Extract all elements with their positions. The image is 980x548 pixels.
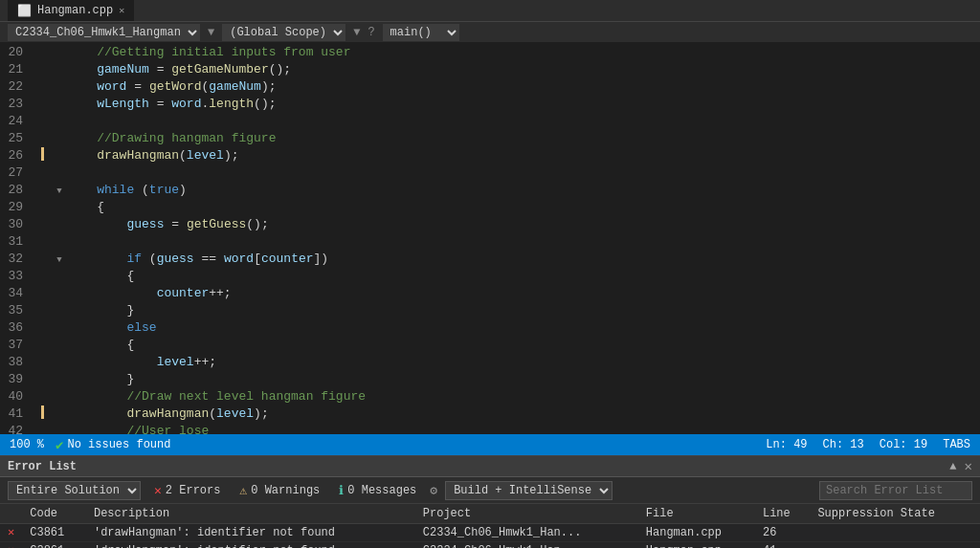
col-project-header: Project <box>415 504 638 523</box>
error-panel: Error List ▲ ✕ Entire Solution ✕ 2 Error… <box>0 455 980 548</box>
title-bar: ⬜ Hangman.cpp ✕ <box>0 0 980 21</box>
tab-close-button[interactable]: ✕ <box>119 5 124 16</box>
status-left: 100 % ✔ No issues found <box>10 437 170 453</box>
function-dropdown[interactable]: main() <box>383 24 459 41</box>
row-file: Hangman.cpp <box>638 523 755 541</box>
errors-filter-button[interactable]: ✕ 2 Errors <box>148 481 226 500</box>
code-line: } <box>50 302 967 319</box>
code-line <box>50 113 967 130</box>
code-line: } <box>50 371 967 388</box>
indent-type: TABS <box>943 438 970 451</box>
col-position: Col: 19 <box>880 438 927 451</box>
row-description: 'drawHangman': identifier not found <box>86 523 415 541</box>
row-line: 41 <box>755 541 810 548</box>
col-icon-header <box>0 504 22 523</box>
scope-select[interactable]: Entire Solution <box>8 481 141 500</box>
row-code: C3861 <box>22 541 86 548</box>
code-line: ▼ while (true) <box>50 182 967 199</box>
panel-expand-icon: ▲ <box>949 460 956 473</box>
error-toolbar: Entire Solution ✕ 2 Errors ⚠ 0 Warnings … <box>0 477 980 504</box>
errors-label: 2 Errors <box>166 484 221 497</box>
row-description: 'drawHangman': identifier not found <box>86 541 415 548</box>
editor-tab[interactable]: ⬜ Hangman.cpp ✕ <box>8 0 134 21</box>
code-line: //Drawing hangman figure <box>50 130 967 147</box>
code-line: { <box>50 268 967 285</box>
breadcrumb-sep2: ▼ <box>353 26 360 39</box>
code-line: gameNum = getGameNumber(); <box>50 61 967 78</box>
code-line: //User lose <box>50 423 967 434</box>
tab-icon: ⬜ <box>17 4 32 18</box>
code-line: ▼ if (guess == word[counter]) <box>50 251 967 268</box>
code-line: level++; <box>50 354 967 371</box>
col-code-header: Code <box>22 504 86 523</box>
error-panel-close-button[interactable]: ✕ <box>965 458 972 474</box>
code-line <box>50 233 967 251</box>
table-row[interactable]: ✕ C3861 'drawHangman': identifier not fo… <box>0 523 980 541</box>
row-project: C2334_Ch06_Hmwk1_Han... <box>415 523 638 541</box>
row-project: C2334_Ch06_Hmwk1_Han... <box>415 541 638 548</box>
code-content[interactable]: //Getting initial inputs from user gameN… <box>50 42 967 434</box>
project-dropdown[interactable]: C2334_Ch06_Hmwk1_Hangman <box>8 24 200 41</box>
col-file-header: File <box>638 504 755 523</box>
warnings-label: 0 Warnings <box>251 484 320 497</box>
tab-label: Hangman.cpp <box>37 4 113 17</box>
filter-icon: ⚙ <box>430 483 437 498</box>
error-panel-header: Error List ▲ ✕ <box>0 456 980 477</box>
char-col: Ch: 13 <box>823 438 864 451</box>
row-suppression <box>810 523 980 541</box>
code-line: counter++; <box>50 285 967 302</box>
scope-dropdown[interactable]: (Global Scope) <box>222 24 345 41</box>
row-suppression <box>810 541 980 548</box>
row-icon: ✕ <box>0 541 22 548</box>
code-editor: 2021222324252627282930313233343536373839… <box>0 42 980 434</box>
scrollbar[interactable] <box>967 42 980 434</box>
build-source-select[interactable]: Build + IntelliSense <box>445 481 612 500</box>
code-line: { <box>50 199 967 216</box>
zoom-level: 100 % <box>10 438 44 451</box>
row-file: Hangman.cpp <box>638 541 755 548</box>
no-issues-indicator: ✔ No issues found <box>56 437 170 453</box>
check-icon: ✔ <box>56 437 63 453</box>
code-line: else <box>50 319 967 337</box>
code-line: drawHangman(level); <box>50 147 967 164</box>
table-row[interactable]: ✕ C3861 'drawHangman': identifier not fo… <box>0 541 980 548</box>
code-line: wLength = word.length(); <box>50 96 967 113</box>
row-code: C3861 <box>22 523 86 541</box>
code-line: word = getWord(gameNum); <box>50 78 967 96</box>
status-bar: 100 % ✔ No issues found Ln: 49 Ch: 13 Co… <box>0 434 980 455</box>
warning-filter-icon: ⚠ <box>239 483 247 498</box>
error-panel-title: Error List <box>8 460 949 473</box>
messages-filter-button[interactable]: ℹ 0 Messages <box>333 481 422 500</box>
warnings-filter-button[interactable]: ⚠ 0 Warnings <box>234 481 325 500</box>
col-line-header: Line <box>755 504 810 523</box>
error-search-input[interactable] <box>819 481 972 500</box>
messages-filter-icon: ℹ <box>339 483 344 498</box>
status-right: Ln: 49 Ch: 13 Col: 19 TABS <box>766 438 970 451</box>
line-numbers: 2021222324252627282930313233343536373839… <box>0 42 34 434</box>
code-gutter <box>34 42 50 434</box>
error-filter-icon: ✕ <box>154 483 162 498</box>
code-line <box>50 164 967 182</box>
breadcrumb-sep1: ▼ <box>208 26 214 39</box>
code-line: drawHangman(level); <box>50 406 967 423</box>
no-issues-label: No issues found <box>67 438 170 451</box>
col-suppression-header: Suppression State <box>810 504 980 523</box>
row-icon: ✕ <box>0 523 22 541</box>
line-position: Ln: 49 <box>766 438 807 451</box>
code-line: guess = getGuess(); <box>50 216 967 233</box>
col-description-header: Description <box>86 504 415 523</box>
breadcrumb-bar: C2334_Ch06_Hmwk1_Hangman ▼ (Global Scope… <box>0 21 980 42</box>
help-icon: ? <box>368 26 374 39</box>
code-line: //Getting initial inputs from user <box>50 44 967 61</box>
error-table-header: Code Description Project File Line Suppr… <box>0 504 980 523</box>
row-line: 26 <box>755 523 810 541</box>
code-line: //Draw next level hangman figure <box>50 388 967 406</box>
code-line: { <box>50 337 967 354</box>
error-table: Code Description Project File Line Suppr… <box>0 504 980 548</box>
messages-label: 0 Messages <box>347 484 416 497</box>
